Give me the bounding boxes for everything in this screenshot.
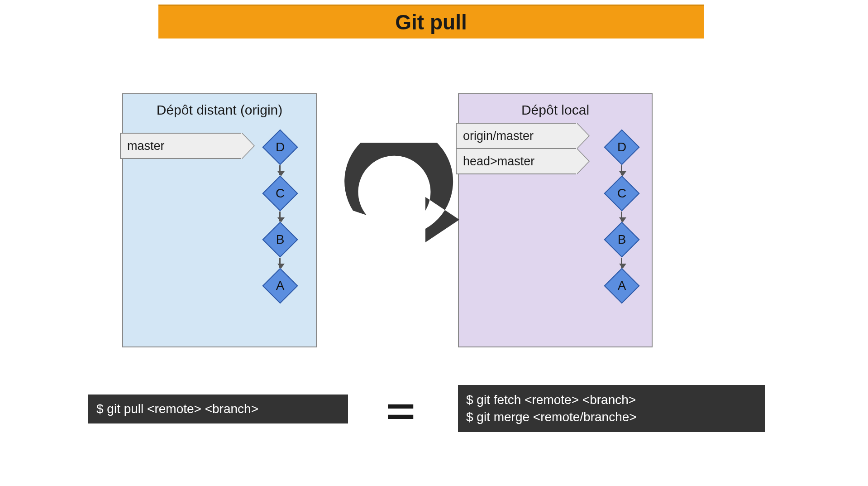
commit-local-b-label: B <box>618 232 626 247</box>
commit-remote-d-label: D <box>276 140 285 154</box>
commit-local-a: A <box>604 268 639 303</box>
commit-local-c: C <box>604 175 639 211</box>
tag-head-master-label: head>master <box>463 154 534 168</box>
commit-remote-a-label: A <box>276 279 285 293</box>
commit-remote-b-label: B <box>276 232 285 247</box>
remote-repo-title: Dépôt distant (origin) <box>123 102 316 118</box>
commit-remote-c-label: C <box>276 186 285 201</box>
arrow-remote-d-c <box>279 165 281 175</box>
cmd-git-pull-text: $ git pull <remote> <branch> <box>96 400 348 418</box>
cmd-git-fetch-text: $ git fetch <remote> <branch> <box>466 391 765 409</box>
commit-local-c-label: C <box>617 186 626 201</box>
tag-master-label: master <box>127 139 165 153</box>
equals-sign: = <box>386 389 415 433</box>
tag-master: master <box>120 133 241 159</box>
commit-remote-a: A <box>262 268 298 303</box>
remote-repo-box: Dépôt distant (origin) master D C B A <box>122 93 317 347</box>
arrow-local-d-c <box>621 165 622 175</box>
arrow-local-c-b <box>621 212 622 221</box>
arrow-remote-c-b <box>279 212 281 221</box>
tag-origin-master: origin/master <box>456 123 576 149</box>
commit-remote-d: D <box>262 129 298 165</box>
cmd-git-merge-text: $ git merge <remote/branche> <box>466 409 765 426</box>
cmd-fetch-merge: $ git fetch <remote> <branch> $ git merg… <box>458 385 765 432</box>
arrow-remote-b-a <box>279 258 281 268</box>
page-title: Git pull <box>158 5 704 38</box>
cmd-git-pull: $ git pull <remote> <branch> <box>88 395 348 423</box>
tag-head-master: head>master <box>456 148 576 174</box>
commit-local-d-label: D <box>617 140 626 154</box>
commit-local-a-label: A <box>618 279 626 293</box>
arrow-local-b-a <box>621 258 622 268</box>
commit-remote-b: B <box>262 221 298 257</box>
commit-local-b: B <box>604 221 639 257</box>
local-repo-title: Dépôt local <box>459 102 652 118</box>
local-repo-box: Dépôt local origin/master head>master D … <box>458 93 653 347</box>
commit-local-d: D <box>604 129 639 165</box>
pull-arrow-label: git pull <box>362 189 399 204</box>
tag-origin-master-label: origin/master <box>463 129 534 143</box>
commit-remote-c: C <box>262 175 298 211</box>
